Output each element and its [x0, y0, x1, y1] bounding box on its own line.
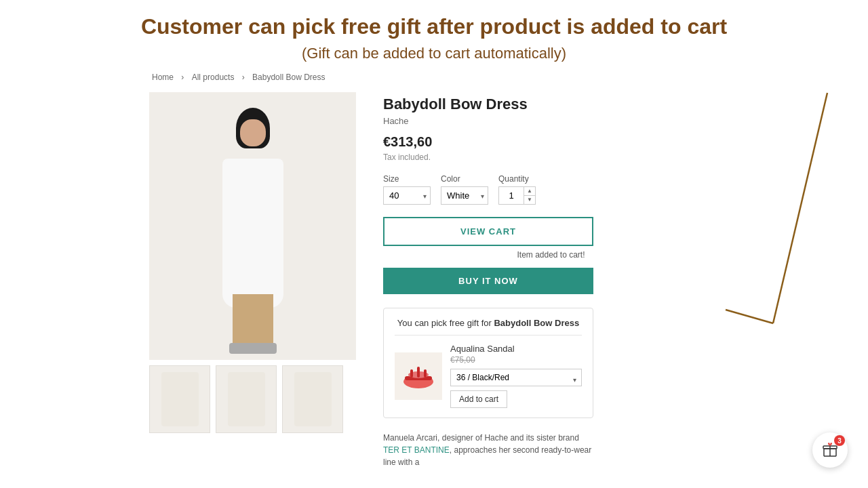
gift-image — [395, 352, 442, 400]
product-page: Home › All products › Babydoll Bow Dress — [0, 73, 868, 468]
product-price: €313,60 — [383, 134, 719, 150]
header-banner: Customer can pick free gift after produc… — [0, 0, 868, 73]
product-images — [149, 92, 356, 433]
gift-picker-title: You can pick free gift for Babydoll Bow … — [395, 318, 582, 336]
breadcrumb-all-products[interactable]: All products — [192, 73, 235, 82]
size-select-wrapper: 36 38 40 42 44 — [383, 186, 431, 205]
thumbnail-1[interactable] — [149, 365, 210, 433]
quantity-arrows: ▲ ▼ — [524, 187, 535, 204]
breadcrumb-separator-1: › — [181, 73, 184, 82]
cart-bubble[interactable]: 3 — [812, 432, 848, 468]
svg-line-7 — [726, 310, 773, 323]
banner-title: Customer can pick free gift after produc… — [27, 14, 841, 39]
gift-title-prefix: You can pick free gift for — [397, 318, 494, 328]
thumbnail-2[interactable] — [216, 365, 277, 433]
arrow-annotation — [719, 86, 868, 357]
buy-now-button[interactable]: BUY IT NOW — [383, 268, 593, 294]
size-select[interactable]: 36 38 40 42 44 — [383, 186, 431, 205]
silhouette-face — [240, 119, 266, 146]
size-option-group: Size 36 38 40 42 44 — [383, 174, 431, 205]
gift-details: Aqualina Sandal €75,00 36 / Black/Red 37… — [450, 344, 582, 408]
color-label: Color — [441, 174, 488, 184]
cart-badge: 3 — [834, 435, 845, 446]
gift-product-name: Babydoll Bow Dress — [494, 318, 579, 328]
gift-item: Aqualina Sandal €75,00 36 / Black/Red 37… — [395, 344, 582, 408]
svg-line-6 — [773, 93, 827, 323]
silhouette-legs — [233, 294, 273, 348]
description-text-before: Manuela Arcari, designer of Hache and it… — [383, 433, 579, 443]
product-info: Babydoll Bow Dress Hache €313,60 Tax inc… — [383, 92, 719, 468]
thumbnail-row — [149, 365, 356, 433]
product-layout: Babydoll Bow Dress Hache €313,60 Tax inc… — [149, 92, 719, 468]
breadcrumb-current: Babydoll Bow Dress — [252, 73, 325, 82]
quantity-input[interactable] — [499, 187, 524, 204]
arrow-svg — [719, 86, 868, 357]
product-silhouette — [192, 104, 314, 348]
gift-picker: You can pick free gift for Babydoll Bow … — [383, 308, 593, 418]
product-description: Manuela Arcari, designer of Hache and it… — [383, 432, 593, 468]
size-label: Size — [383, 174, 431, 184]
gift-name: Aqualina Sandal — [450, 344, 582, 354]
sandal-icon — [398, 356, 439, 396]
svg-rect-5 — [424, 369, 427, 378]
silhouette-dress — [222, 159, 283, 308]
color-option-group: Color White Black Navy — [441, 174, 488, 205]
svg-rect-3 — [410, 369, 413, 378]
color-select-wrapper: White Black Navy — [441, 186, 488, 205]
silhouette-shoes — [229, 343, 277, 354]
main-product-image — [149, 92, 356, 360]
breadcrumb-separator-2: › — [242, 73, 245, 82]
breadcrumb-home[interactable]: Home — [152, 73, 174, 82]
item-added-message: Item added to cart! — [383, 250, 719, 260]
tax-note: Tax included. — [383, 152, 719, 162]
quantity-box: ▲ ▼ — [498, 186, 536, 205]
description-link-1[interactable]: TER ET BANTINE — [383, 445, 450, 455]
quantity-up-button[interactable]: ▲ — [524, 187, 535, 196]
quantity-option-group: Quantity ▲ ▼ — [498, 174, 536, 205]
gift-add-to-cart-button[interactable]: Add to cart — [450, 390, 507, 408]
gift-variant-wrapper: 36 / Black/Red 37 / Black/Red 38 / Black… — [450, 369, 582, 390]
options-row: Size 36 38 40 42 44 Color — [383, 174, 719, 205]
view-cart-button[interactable]: VIEW CART — [383, 217, 593, 246]
thumbnail-3[interactable] — [282, 365, 343, 433]
color-select[interactable]: White Black Navy — [441, 186, 488, 205]
gift-price: €75,00 — [450, 355, 582, 365]
product-title: Babydoll Bow Dress — [383, 96, 719, 113]
quantity-label: Quantity — [498, 174, 536, 184]
breadcrumb: Home › All products › Babydoll Bow Dress — [149, 73, 719, 82]
gift-variant-select[interactable]: 36 / Black/Red 37 / Black/Red 38 / Black… — [450, 369, 582, 386]
svg-rect-4 — [417, 367, 420, 378]
quantity-down-button[interactable]: ▼ — [524, 196, 535, 204]
banner-subtitle: (Gift can be added to cart automatically… — [27, 45, 841, 62]
product-brand: Hache — [383, 116, 719, 126]
